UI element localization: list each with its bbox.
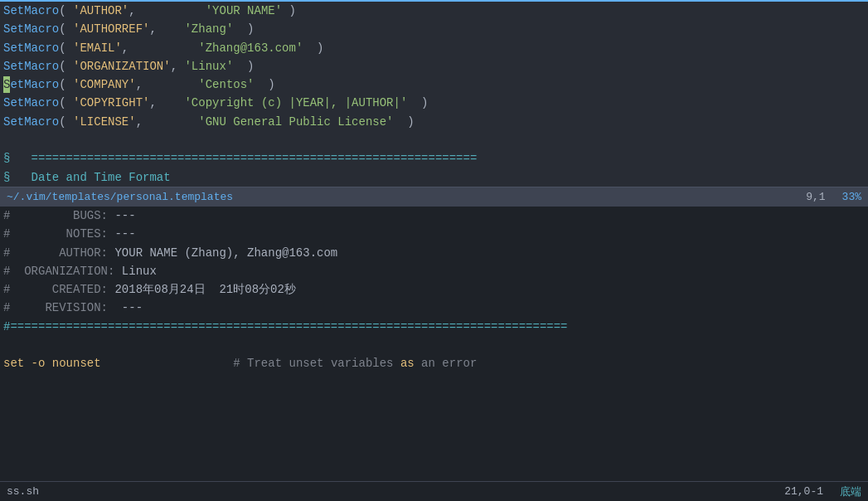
paren: ) (407, 95, 428, 111)
hash-comment: # CREATED: (3, 281, 114, 298)
code-line: § ======================================… (0, 149, 868, 168)
paren: ) (303, 40, 323, 56)
code-line: # REVISION: --- (0, 299, 868, 317)
key: 'COPYRIGHT' (73, 95, 149, 111)
code-line: set -o nounset # Treat unset variables a… (0, 354, 868, 372)
hash-comment: # REVISION: (3, 299, 122, 316)
comment-cont: an error (415, 355, 478, 372)
paren: ( (59, 95, 73, 111)
value: 'Zhang@163.com' (198, 40, 303, 56)
paren: , (149, 95, 184, 111)
hash-value: --- (114, 226, 135, 242)
key: 'COMPANY' (73, 76, 136, 93)
hash-comment: # AUTHOR: (3, 245, 114, 261)
code-line (0, 373, 868, 392)
key: 'EMAIL' (73, 40, 122, 56)
code-line: SetMacro( 'EMAIL', 'Zhang@163.com' ) (0, 39, 868, 57)
paren: , (136, 76, 199, 93)
hash-value: Linux (122, 263, 157, 280)
paren: ) (282, 2, 296, 19)
key: 'LICENSE' (73, 114, 136, 130)
filepath: ~/.vim/templates/personal.templates (7, 191, 806, 203)
paren: , (129, 2, 205, 19)
paren: ) (233, 21, 254, 37)
keyword: SetMacro (3, 58, 59, 75)
cursor-position: 9,1 (806, 191, 841, 203)
bottom-bar: ss.sh 21,0-1 底端 (0, 481, 868, 501)
hash-value: --- (114, 207, 135, 224)
hash-comment: # BUGS: (3, 207, 114, 224)
paren: ( (59, 114, 73, 130)
code-line (0, 336, 868, 354)
top-section: SetMacro( 'AUTHOR', 'YOUR NAME' ) SetMac… (0, 0, 868, 187)
code-line: § Date and Time Format (0, 168, 868, 187)
paren: ) (394, 114, 415, 130)
status-bar: ~/.vim/templates/personal.templates 9,1 … (0, 187, 868, 207)
paren: ) (255, 76, 275, 93)
key: 'AUTHOR' (73, 2, 129, 19)
paren: ( (59, 2, 73, 19)
code-line (0, 131, 868, 149)
editor: SetMacro( 'AUTHOR', 'YOUR NAME' ) SetMac… (0, 0, 868, 501)
value: 'Linux' (184, 58, 233, 75)
code-line: SetMacro( 'COPYRIGHT', 'Copyright (c) |Y… (0, 94, 868, 112)
paren: ( (59, 21, 73, 37)
value: 'Copyright (c) |YEAR|, |AUTHOR|' (184, 95, 407, 111)
section-title: § Date and Time Format (3, 169, 171, 186)
paren: ) (233, 58, 254, 75)
value: 'Centos' (198, 76, 254, 93)
key: 'AUTHORREF' (73, 21, 149, 37)
separator: #=======================================… (3, 319, 568, 335)
spaces (101, 355, 234, 372)
separator-line: #=======================================… (0, 318, 868, 336)
keyword: SetMacro (3, 2, 59, 19)
code-line: SetMacro( 'ORGANIZATION', 'Linux' ) (0, 57, 868, 75)
cursor: S (3, 76, 10, 93)
paren: ( (59, 76, 73, 93)
hash-value: --- (122, 299, 143, 316)
paren: , (136, 114, 199, 130)
code-line: SetMacro( 'AUTHOR', 'YOUR NAME' ) (0, 2, 868, 20)
keyword: SetMacro (3, 95, 59, 111)
hash-comment: # NOTES: (3, 226, 114, 242)
code-line: # ORGANIZATION: Linux (0, 262, 868, 280)
bottom-position: 21,0-1 (578, 485, 823, 498)
code-line: # NOTES: --- (0, 225, 868, 243)
keyword-as: as (400, 355, 415, 372)
value: 'GNU General Public License' (198, 114, 393, 130)
code-line: SetMacro( 'LICENSE', 'GNU General Public… (0, 113, 868, 131)
paren: ( (59, 40, 73, 56)
keyword: SetMacro (3, 114, 59, 130)
keyword: etMacro (10, 76, 59, 93)
code-line: # BUGS: --- (0, 207, 868, 225)
value: 'Zhang' (184, 21, 233, 37)
paren: , (171, 58, 185, 75)
code-line: # AUTHOR: YOUR NAME (Zhang), Zhang@163.c… (0, 244, 868, 262)
paren: ( (59, 58, 73, 75)
value: 'YOUR NAME' (206, 2, 282, 19)
keyword: SetMacro (3, 40, 59, 56)
command: set -o nounset (3, 355, 101, 372)
code-line: SetMacro( 'COMPANY', 'Centos' ) (0, 75, 868, 94)
hash-value: 2018年08月24日 21时08分02秒 (114, 281, 295, 298)
keyword: SetMacro (3, 21, 59, 37)
paren: , (122, 40, 198, 56)
term-label: 底端 (840, 484, 861, 499)
comment: # Treat unset variables (233, 355, 400, 372)
filename: ss.sh (7, 485, 39, 498)
key: 'ORGANIZATION' (73, 58, 171, 75)
code-line: SetMacro( 'AUTHORREF', 'Zhang' ) (0, 20, 868, 38)
hash-comment: # ORGANIZATION: (3, 263, 122, 280)
hash-value: YOUR NAME (Zhang), Zhang@163.com (114, 245, 337, 261)
code-line: # CREATED: 2018年08月24日 21时08分02秒 (0, 280, 868, 299)
bottom-section: # BUGS: --- # NOTES: --- # AUTHOR: YOUR … (0, 207, 868, 481)
paren: , (149, 21, 184, 37)
scroll-percent: 33% (842, 191, 861, 203)
section-marker: § ======================================… (3, 150, 477, 167)
